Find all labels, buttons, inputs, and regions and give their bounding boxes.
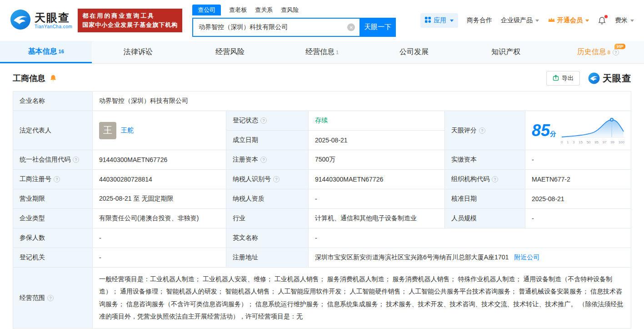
staff-size-label: 人员规模 (445, 209, 525, 228)
reg-address-value: 深圳市宝安区新安街道海滨社区宝兴路6号海纳百川总部大厦A座1701 附近公司 (309, 248, 631, 268)
help-icon[interactable] (54, 176, 60, 182)
english-name-label: 英文名称 (226, 228, 309, 248)
tab-business-info[interactable]: 经营信息 1 (276, 41, 368, 63)
company-type-label: 企业类型 (13, 209, 93, 228)
taxpayer-quality-value: - (309, 189, 445, 209)
address-text: 深圳市宝安区新安街道海滨社区宝兴路6号海纳百川总部大厦A座1701 (315, 253, 509, 261)
export-icon (553, 75, 559, 82)
help-icon[interactable] (492, 176, 498, 182)
score-unit: 分 (550, 130, 556, 137)
logo-domain-text: TianYanCha.com (35, 24, 72, 29)
tab-operating-risk-label: 经营风险 (215, 47, 245, 57)
tianyancha-watermark: 天眼查 (588, 72, 631, 85)
taxpayer-id-label: 纳税人识别号 (226, 170, 309, 189)
enterprise-products-menu[interactable]: 企业级产品 (501, 16, 539, 25)
insured-count-label: 参保人数 (13, 228, 93, 248)
reg-authority-label: 登记机关 (13, 248, 93, 268)
reg-number-value: 440300280728814 (93, 170, 226, 189)
english-name-value: - (309, 228, 631, 248)
table-row: 参保人数 - 英文名称 - (13, 228, 631, 248)
tianyancha-logo[interactable]: 天眼查 TianYanCha.com (10, 9, 72, 32)
clear-search-icon[interactable] (347, 23, 355, 31)
tab-basic-info[interactable]: 基本信息 16 (0, 41, 92, 63)
taxpayer-id-value: 91440300MAETN67726 (309, 170, 445, 189)
reg-number-label: 工商注册号 (13, 170, 93, 189)
org-code-label: 组织机构代码 (445, 170, 525, 189)
legal-rep-avatar[interactable]: 王 (99, 122, 116, 139)
tab-basic-info-label: 基本信息 (28, 47, 57, 56)
tab-legal-proceedings-label: 法律诉讼 (124, 47, 153, 57)
section-header: 工商信息 导出 天眼查 (0, 64, 644, 91)
paid-capital-label: 实缴资本 (445, 150, 525, 170)
help-icon[interactable] (273, 176, 280, 182)
business-term-label: 营业期限 (13, 189, 93, 209)
search-tab-risk[interactable]: 查风险 (281, 5, 299, 15)
legal-rep-label: 法定代表人 (13, 111, 93, 150)
reg-status-value: 存续 (309, 111, 445, 131)
nearby-companies-link[interactable]: 附近公司 (514, 253, 539, 261)
apps-menu[interactable]: 应用 (420, 13, 458, 28)
tab-history-info[interactable]: 历史信息 8 VIP (552, 41, 644, 63)
company-name-label: 企业名称 (13, 91, 93, 111)
tab-intellectual-property-label: 知识产权 (491, 47, 520, 57)
monitor-bell-icon[interactable] (49, 74, 57, 82)
search-tab-relation[interactable]: 查关系 (255, 5, 273, 15)
tab-legal-proceedings[interactable]: 法律诉讼 (92, 41, 184, 63)
username-label: 费米 (615, 16, 628, 25)
tab-operating-risk[interactable]: 经营风险 (184, 41, 276, 63)
chevron-down-icon (630, 20, 634, 22)
search-tab-company[interactable]: 查公司 (192, 5, 221, 15)
help-icon[interactable] (260, 117, 267, 124)
reg-status-label-text: 登记状态 (233, 116, 258, 124)
score-cell: 85分 01 315 (525, 111, 631, 150)
search-submit-button[interactable]: 天眼一下 (359, 18, 396, 37)
enterprise-products-label: 企业级产品 (501, 16, 533, 25)
notifications-bell[interactable] (598, 16, 606, 25)
export-label: 导出 (562, 74, 574, 82)
apps-grid-icon (425, 17, 431, 24)
chevron-down-icon (585, 20, 589, 22)
reg-authority-value: - (93, 248, 226, 268)
help-icon[interactable] (73, 157, 79, 163)
slogan-line1: 都在用的商业查询工具 (82, 11, 178, 20)
user-account-menu[interactable]: 费米 (615, 16, 634, 25)
company-type-value: 有限责任公司(港澳台投资、非独资) (93, 209, 226, 228)
reg-capital-label: 注册资本 (226, 150, 309, 170)
company-name-value: 动界智控（深圳）科技有限公司 (93, 91, 631, 111)
search-tab-boss[interactable]: 查老板 (229, 5, 247, 15)
vip-badge: VIP (614, 44, 626, 49)
export-button[interactable]: 导出 (546, 71, 580, 86)
industry-value: 计算机、通信和其他电子设备制造业 (309, 209, 445, 228)
logo-brand-text: 天眼查 (35, 12, 72, 24)
approval-date-label: 核准日期 (445, 189, 525, 209)
score-label-text: 天眼评分 (451, 127, 477, 134)
help-icon[interactable] (613, 49, 619, 56)
help-icon[interactable] (47, 295, 54, 301)
table-row: 法定代表人 王 王舵 登记状态 存续 天眼评分 85分 (13, 111, 631, 131)
tab-business-info-label: 经营信息 (305, 47, 334, 57)
paid-capital-value: - (525, 150, 631, 170)
table-row: 登记机关 - 注册地址 深圳市宝安区新安街道海滨社区宝兴路6号海纳百川总部大厦A… (13, 248, 631, 268)
legal-rep-name-link[interactable]: 王舵 (121, 127, 134, 135)
open-vip-menu[interactable]: 开通会员 (548, 16, 589, 25)
search-input[interactable] (192, 18, 359, 37)
org-code-value: MAETN677-2 (525, 170, 631, 189)
approval-date-value: 2025-08-21 (525, 189, 631, 209)
tianyancha-eye-icon (588, 72, 600, 84)
crown-icon (548, 17, 555, 24)
notification-dot (604, 15, 608, 18)
tab-history-info-label: 历史信息 (577, 47, 606, 57)
chevron-down-icon (535, 20, 539, 22)
tab-intellectual-property[interactable]: 知识产权 (460, 41, 552, 63)
establish-date-label: 成立日期 (226, 131, 309, 150)
help-icon[interactable] (479, 127, 485, 134)
tab-history-info-count: 8 (608, 50, 610, 55)
insured-count-value: - (93, 228, 226, 248)
business-cooperation-link[interactable]: 商务合作 (467, 16, 492, 25)
help-icon[interactable] (260, 157, 267, 163)
score-label: 天眼评分 (445, 111, 525, 150)
tab-company-development-label: 公司发展 (399, 47, 429, 57)
tab-company-development[interactable]: 公司发展 (368, 41, 460, 63)
table-row: 经营范围 一般经营项目是：工业机器人制造； 工业机器人安装、维修； 工业机器人销… (13, 268, 631, 329)
table-row: 企业名称 动界智控（深圳）科技有限公司 (13, 91, 631, 111)
